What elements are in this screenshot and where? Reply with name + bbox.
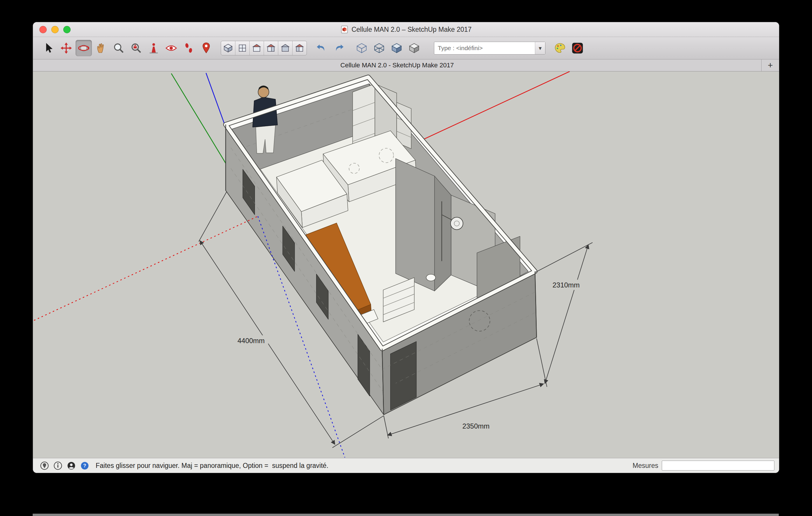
monochrome-style-button[interactable] (406, 40, 422, 56)
no-entry-icon (571, 42, 584, 54)
redo-icon (333, 42, 345, 54)
left-view-button[interactable] (293, 41, 307, 55)
zoom-button[interactable] (111, 40, 127, 56)
front-icon (252, 43, 262, 53)
walk-button[interactable] (180, 40, 197, 56)
next-view-button[interactable] (331, 40, 347, 56)
add-location-button[interactable] (198, 40, 214, 56)
credits-info-icon[interactable] (53, 461, 62, 470)
type-dropdown[interactable]: Type : <indéfini>▾ (434, 42, 545, 55)
window-title: Cellule MAN 2.0 – SketchUp Make 2017 (351, 26, 472, 33)
zoom-extents-icon (130, 42, 142, 54)
dimension-height-label: 2310mm (552, 281, 580, 289)
select-button[interactable] (40, 40, 57, 56)
building-model[interactable] (226, 77, 536, 415)
palette-icon (554, 42, 566, 54)
cube-mono-icon (408, 42, 420, 54)
select-icon (42, 42, 55, 54)
top-view-button[interactable] (235, 41, 250, 55)
iso-icon (223, 43, 233, 53)
wireframe-style-button[interactable] (371, 40, 387, 56)
toilet-fixture[interactable] (426, 274, 435, 281)
cube-shaded-icon (390, 42, 403, 54)
status-hint: Faites glisser pour naviguer. Maj = pano… (96, 462, 328, 469)
document-icon (340, 25, 349, 33)
account-icon[interactable] (67, 461, 76, 470)
move-button[interactable] (58, 40, 75, 56)
look-around-button[interactable] (163, 40, 179, 56)
toolbar-items: Type : <indéfini>▾ (33, 40, 779, 56)
walk-icon (182, 42, 195, 54)
xray-style-button[interactable] (353, 40, 370, 56)
close-window-button[interactable] (39, 26, 47, 33)
top-icon (237, 43, 248, 53)
back-view-button[interactable] (278, 41, 293, 55)
iso-view-button[interactable] (221, 41, 235, 55)
pan-icon (95, 42, 107, 54)
tab-cellule-man[interactable]: Cellule MAN 2.0 - SketchUp Make 2017 (33, 59, 761, 71)
measurements-label: Mesures (633, 462, 658, 469)
app-window: Cellule MAN 2.0 – SketchUp Make 2017 Typ… (33, 22, 779, 473)
pan-button[interactable] (93, 40, 109, 56)
position-camera-button[interactable] (146, 40, 162, 56)
new-tab-button[interactable]: + (761, 59, 779, 71)
look-around-icon (165, 42, 177, 54)
chevron-down-icon[interactable]: ▾ (535, 42, 545, 54)
orbit-button[interactable] (76, 40, 92, 56)
undo-icon (315, 42, 327, 54)
palette-button[interactable] (552, 40, 568, 56)
traffic-lights (39, 26, 70, 33)
dock-strip (33, 514, 779, 516)
previous-view-button[interactable] (313, 40, 329, 56)
dimension-length-label: 4400mm (237, 337, 265, 344)
cube-xray-icon (355, 42, 368, 54)
viewport-3d[interactable]: 4400mm 2310mm 2350mm (33, 71, 779, 458)
titlebar: Cellule MAN 2.0 – SketchUp Make 2017 (33, 22, 779, 37)
toolbar: Type : <indéfini>▾ (33, 37, 779, 59)
add-location-icon (200, 42, 212, 54)
tab-label: Cellule MAN 2.0 - SketchUp Make 2017 (340, 62, 454, 69)
zoom-window-button[interactable] (63, 26, 70, 33)
cube-wire-icon (373, 42, 385, 54)
left-icon (294, 43, 305, 53)
geolocation-icon[interactable] (40, 461, 49, 470)
statusbar: ? Faites glisser pour naviguer. Maj = pa… (33, 458, 779, 473)
front-view-button[interactable] (250, 41, 264, 55)
position-camera-icon (148, 42, 160, 54)
move-icon (60, 42, 72, 54)
svg-text:?: ? (83, 463, 86, 468)
back-icon (280, 43, 290, 53)
orbit-icon (78, 42, 90, 54)
no-entry-button[interactable] (569, 40, 586, 56)
dimension-width-label: 2350mm (462, 422, 489, 430)
desktop: { "window": { "title": "Cellule MAN 2.0 … (0, 0, 812, 516)
zoom-icon (113, 42, 125, 54)
right-view-button[interactable] (264, 41, 278, 55)
type-dropdown-value: Type : <indéfini> (434, 44, 535, 52)
minimize-window-button[interactable] (51, 26, 59, 33)
measurements-input[interactable] (662, 461, 774, 471)
tabbar: Cellule MAN 2.0 - SketchUp Make 2017 + (33, 59, 779, 71)
right-icon (266, 43, 276, 53)
shaded-style-button[interactable] (388, 40, 405, 56)
zoom-extents-button[interactable] (128, 40, 144, 56)
help-icon[interactable]: ? (80, 461, 89, 470)
